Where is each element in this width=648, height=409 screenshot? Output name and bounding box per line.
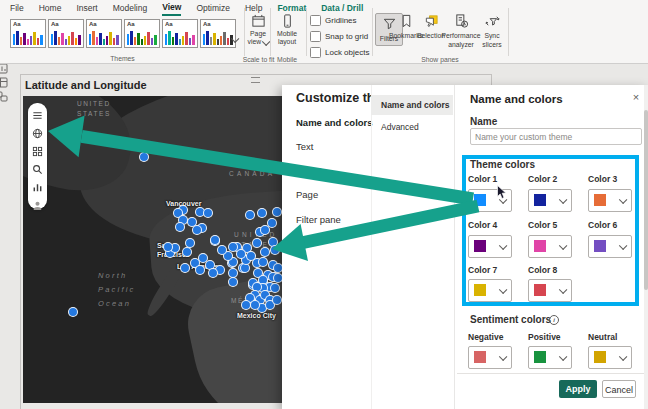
color-dropdown-1[interactable] <box>468 189 512 212</box>
search-icon[interactable] <box>32 161 43 179</box>
nav-item-filter-pane[interactable]: Filter pane <box>296 214 341 225</box>
theme-bar <box>75 38 77 45</box>
negative-dropdown[interactable] <box>468 346 512 369</box>
map-data-point[interactable] <box>68 307 78 317</box>
color-dropdown-5[interactable] <box>528 235 572 258</box>
color-dropdown-4[interactable] <box>468 235 512 258</box>
map-data-point[interactable] <box>228 242 238 252</box>
checkbox-gridlines[interactable]: Gridlines <box>310 15 357 26</box>
model-view-icon[interactable] <box>0 91 8 102</box>
map-data-point[interactable] <box>175 222 185 232</box>
theme-colors-label: Theme colors <box>470 159 535 170</box>
checkbox-lock-objects[interactable]: Lock objects <box>310 47 369 58</box>
color-dropdown-2[interactable] <box>528 189 572 212</box>
subnav-item-name-and-colors[interactable]: Name and colors <box>371 95 453 115</box>
bar-chart-icon[interactable] <box>32 179 43 197</box>
map-data-point[interactable] <box>210 235 220 245</box>
map-data-point[interactable] <box>228 277 238 287</box>
apply-button[interactable]: Apply <box>559 380 597 398</box>
scrollbar-thumb[interactable] <box>644 110 648 290</box>
mobile-layout-button[interactable]: Mobile layout <box>272 13 302 47</box>
theme-bar <box>227 38 229 45</box>
map-data-point[interactable] <box>273 273 283 283</box>
subnav-item-advanced[interactable]: Advanced <box>371 117 453 137</box>
checkbox-label: Gridlines <box>325 16 357 25</box>
color-dropdown-8[interactable] <box>528 279 572 302</box>
sync-slicers-button[interactable]: Sync slicers <box>478 13 506 49</box>
map-data-point[interactable] <box>252 238 262 248</box>
color-dropdown-6[interactable] <box>588 235 632 258</box>
menu-insert[interactable]: Insert <box>76 2 97 15</box>
map-data-point[interactable] <box>270 283 280 293</box>
menu-home[interactable]: Home <box>39 2 62 15</box>
map-data-point[interactable] <box>245 210 255 220</box>
ribbon-separator <box>306 8 307 56</box>
color-swatch <box>534 194 546 206</box>
data-view-icon[interactable] <box>0 77 8 88</box>
nav-item-page[interactable]: Page <box>296 189 318 200</box>
map-data-point[interactable] <box>257 208 267 218</box>
map-data-point[interactable] <box>208 268 218 278</box>
color-label-1: Color 1 <box>468 174 497 184</box>
theme-gallery-expand-button[interactable] <box>232 27 242 39</box>
menu-file[interactable]: File <box>10 2 24 15</box>
theme-bar <box>147 32 149 45</box>
map-data-point[interactable] <box>217 245 227 255</box>
globe-icon[interactable] <box>32 125 43 143</box>
map-data-point[interactable] <box>260 247 270 257</box>
theme-card-5[interactable]: Aa <box>162 19 198 48</box>
close-icon[interactable]: × <box>630 91 642 103</box>
checkbox-box[interactable] <box>310 15 321 26</box>
color-dropdown-3[interactable] <box>588 189 632 212</box>
theme-name-input[interactable] <box>470 128 642 145</box>
performance-analyzer-button[interactable]: Performance analyzer <box>443 13 479 49</box>
map-data-point[interactable] <box>180 263 190 273</box>
map-data-point[interactable] <box>272 295 282 305</box>
nav-item-visuals[interactable]: Visuals <box>296 166 326 177</box>
theme-card-3[interactable]: Aa <box>86 19 122 48</box>
info-icon[interactable]: i <box>549 315 559 325</box>
menu-optimize[interactable]: Optimize <box>196 2 230 15</box>
map-data-point[interactable] <box>139 152 149 162</box>
dialog-scrollbar[interactable] <box>644 85 648 409</box>
map-data-point[interactable] <box>246 251 256 261</box>
menu-data-drill[interactable]: Data / Drill <box>321 2 363 15</box>
menu-icon[interactable] <box>32 107 43 125</box>
color-dropdown-7[interactable] <box>468 279 512 302</box>
cancel-button[interactable]: Cancel <box>602 380 636 398</box>
map-data-point[interactable] <box>272 207 282 217</box>
chevron-down-icon <box>618 196 626 204</box>
map-data-point[interactable] <box>203 208 213 218</box>
page-view-button[interactable]: Page view <box>246 13 270 47</box>
selection-button[interactable]: Selection <box>418 13 444 41</box>
nav-item-name-and-colors[interactable]: Name and colors <box>296 117 373 128</box>
map-data-point[interactable] <box>270 245 280 255</box>
color-swatch <box>534 351 546 363</box>
theme-card-6[interactable]: Aa <box>200 19 236 48</box>
checkbox-box[interactable] <box>310 47 321 58</box>
report-view-icon[interactable] <box>0 63 8 74</box>
theme-card-1[interactable]: Aa <box>10 19 46 48</box>
menu-view[interactable]: View <box>162 1 181 16</box>
map-data-point[interactable] <box>258 257 268 267</box>
checkbox-snap-to-grid[interactable]: Snap to grid <box>310 31 368 42</box>
map-data-point[interactable] <box>163 242 173 252</box>
map-data-point[interactable] <box>250 300 260 310</box>
theme-bar <box>30 36 32 45</box>
map-data-point[interactable] <box>260 225 270 235</box>
visual-drag-handle[interactable] <box>251 77 260 83</box>
checkbox-box[interactable] <box>310 31 321 42</box>
user-icon[interactable] <box>32 197 43 215</box>
neutral-dropdown[interactable] <box>588 346 632 369</box>
bookmarks-button[interactable]: Bookmarks <box>392 13 420 41</box>
map-data-point[interactable] <box>192 225 202 235</box>
theme-card-2[interactable]: Aa <box>48 19 84 48</box>
menu-modeling[interactable]: Modeling <box>113 2 148 15</box>
positive-dropdown[interactable] <box>528 346 572 369</box>
basemap-grid-icon[interactable] <box>32 143 43 161</box>
map-data-point[interactable] <box>182 247 192 257</box>
map-data-point[interactable] <box>273 263 283 273</box>
nav-item-text[interactable]: Text <box>296 141 313 152</box>
theme-card-4[interactable]: Aa <box>124 19 160 48</box>
map-data-point[interactable] <box>195 265 205 275</box>
